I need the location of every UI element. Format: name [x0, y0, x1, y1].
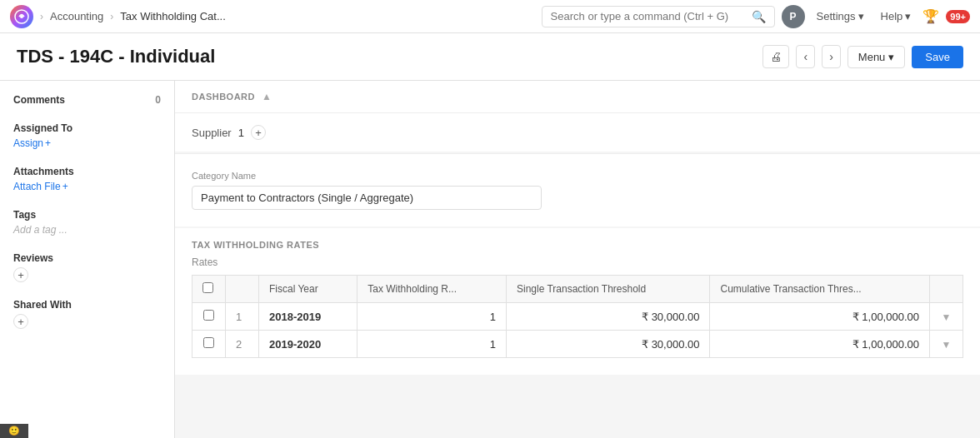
table-row: 1 2018-2019 1 ₹ 30,000.00 ₹ 1,00,000.00 …	[192, 303, 963, 331]
row-fiscal-year: 2019-2020	[259, 331, 358, 358]
print-button[interactable]: 🖨	[762, 45, 789, 68]
page-header: TDS - 194C - Individual 🖨 ‹ › Menu ▾ Sav…	[0, 33, 980, 81]
category-form-panel: Category Name	[175, 153, 980, 226]
assign-link[interactable]: Assign +	[13, 137, 161, 149]
row-fiscal-year: 2018-2019	[259, 303, 358, 331]
avatar[interactable]: P	[782, 5, 805, 28]
breadcrumb-chevron-2: ›	[110, 11, 113, 22]
search-icon: 🔍	[752, 10, 766, 23]
row-tax-rate: 1	[358, 303, 507, 331]
col-header-action	[930, 276, 963, 303]
col-header-fiscal-year: Fiscal Year	[259, 276, 358, 303]
table-row: 2 2019-2020 1 ₹ 30,000.00 ₹ 1,00,000.00 …	[192, 331, 963, 358]
col-header-num	[226, 276, 259, 303]
row-checkbox[interactable]	[203, 337, 214, 348]
collapse-icon[interactable]: ▲	[262, 91, 272, 102]
sidebar-comments: Comments 0	[13, 94, 161, 106]
search-bar[interactable]: 🔍	[542, 6, 775, 27]
trophy-icon: 🏆	[922, 8, 939, 24]
supplier-row: Supplier 1 +	[175, 113, 980, 152]
table-section: TAX WITHHOLDING RATES Rates Fiscal Year …	[175, 228, 980, 375]
attach-file-link[interactable]: Attach File +	[13, 181, 161, 192]
col-header-cumulative: Cumulative Transaction Thres...	[710, 276, 930, 303]
row-checkbox-cell	[192, 331, 226, 358]
rates-table-header-row: Fiscal Year Tax Withholding R... Single …	[192, 276, 963, 303]
row-dropdown-icon[interactable]: ▼	[942, 311, 952, 323]
row-num: 1	[226, 303, 259, 331]
sidebar-reviews: Reviews +	[13, 252, 161, 282]
next-button[interactable]: ›	[822, 45, 841, 68]
rates-section-header: TAX WITHHOLDING RATES	[192, 228, 963, 256]
row-checkbox-cell	[192, 303, 226, 331]
rates-table-head: Fiscal Year Tax Withholding R... Single …	[192, 276, 963, 303]
add-supplier-button[interactable]: +	[251, 125, 266, 140]
settings-button[interactable]: Settings ▾	[812, 7, 869, 26]
rates-table: Fiscal Year Tax Withholding R... Single …	[192, 275, 963, 358]
row-cumulative-threshold: ₹ 1,00,000.00	[710, 303, 930, 331]
category-name-label: Category Name	[192, 171, 963, 181]
sidebar-assigned-to: Assigned To Assign +	[13, 122, 161, 149]
row-action-cell: ▼	[930, 303, 963, 331]
dashboard-header: DASHBOARD ▲	[175, 81, 980, 113]
rates-table-label: Rates	[192, 256, 963, 268]
notification-badge[interactable]: 99+	[946, 10, 970, 23]
breadcrumb-accounting[interactable]: Accounting	[50, 10, 103, 22]
app-logo[interactable]	[10, 5, 33, 28]
rates-table-body: 1 2018-2019 1 ₹ 30,000.00 ₹ 1,00,000.00 …	[192, 303, 963, 358]
row-cumulative-threshold: ₹ 1,00,000.00	[710, 331, 930, 358]
svg-point-1	[20, 15, 23, 18]
main-layout: Comments 0 Assigned To Assign + Attachme…	[0, 81, 980, 438]
dashboard-panel: DASHBOARD ▲ Supplier 1 +	[175, 81, 980, 152]
top-navigation: › Accounting › Tax Withholding Cat... 🔍 …	[0, 0, 980, 33]
row-single-threshold: ₹ 30,000.00	[506, 331, 710, 358]
breadcrumb-current: Tax Withholding Cat...	[120, 10, 225, 22]
category-form-section: Category Name	[175, 153, 980, 226]
search-input[interactable]	[551, 10, 747, 22]
row-checkbox[interactable]	[203, 310, 214, 321]
rates-panel: TAX WITHHOLDING RATES Rates Fiscal Year …	[175, 228, 980, 375]
sidebar: Comments 0 Assigned To Assign + Attachme…	[0, 81, 175, 438]
col-header-tax-rate: Tax Withholding R...	[358, 276, 507, 303]
breadcrumb-chevron-1: ›	[40, 11, 43, 22]
sidebar-attachments: Attachments Attach File +	[13, 166, 161, 192]
content-area: DASHBOARD ▲ Supplier 1 + Category Name T…	[175, 81, 980, 438]
help-button[interactable]: Help ▾	[876, 7, 917, 26]
category-name-input[interactable]	[192, 186, 542, 210]
row-dropdown-icon[interactable]: ▼	[942, 339, 952, 351]
row-single-threshold: ₹ 30,000.00	[506, 303, 710, 331]
col-header-checkbox	[192, 276, 226, 303]
col-header-single: Single Transaction Threshold	[506, 276, 710, 303]
select-all-checkbox[interactable]	[202, 282, 213, 293]
page-title: TDS - 194C - Individual	[17, 46, 215, 67]
header-actions: 🖨 ‹ › Menu ▾ Save	[762, 45, 963, 68]
save-button[interactable]: Save	[912, 46, 963, 68]
add-shared-with-button[interactable]: +	[13, 314, 28, 329]
sidebar-tags: Tags Add a tag ...	[13, 209, 161, 236]
bottom-bar: 🙂	[0, 424, 28, 438]
row-tax-rate: 1	[358, 331, 507, 358]
sidebar-shared-with: Shared With +	[13, 299, 161, 329]
row-num: 2	[226, 331, 259, 358]
row-action-cell: ▼	[930, 331, 963, 358]
menu-button[interactable]: Menu ▾	[848, 46, 906, 68]
add-review-button[interactable]: +	[13, 267, 28, 282]
add-tag-input[interactable]: Add a tag ...	[13, 224, 161, 236]
prev-button[interactable]: ‹	[796, 45, 815, 68]
